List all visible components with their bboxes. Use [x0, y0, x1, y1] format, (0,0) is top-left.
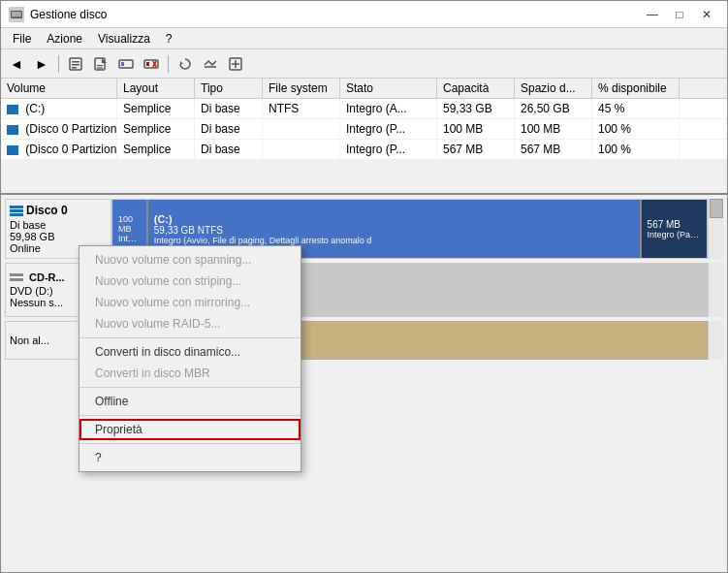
menu-file[interactable]: File	[5, 30, 39, 47]
row2-pct: 100 %	[592, 140, 680, 159]
partition-c-label: (C:)	[154, 213, 634, 225]
table-row[interactable]: (Disco 0 Partizion... Semplice Di base I…	[1, 119, 727, 140]
ctx-mbr: Converti in disco MBR	[79, 363, 301, 384]
row2-state: Integro (P...	[340, 140, 437, 159]
volume-table: Volume Layout Tipo File system Stato Cap…	[1, 79, 727, 195]
ctx-sep3	[79, 415, 301, 416]
partition-c-desc: Integro (Avvio, File di paging, Dettagli…	[154, 236, 634, 245]
row2-space: 567 MB	[515, 140, 592, 159]
toolbar-btn4[interactable]	[89, 53, 112, 75]
toolbar-btn8[interactable]	[199, 53, 222, 75]
row1-capacity: 100 MB	[437, 119, 515, 139]
partition-recovery-desc: Integro (Partizione di ripristino)	[648, 230, 701, 239]
ctx-striping: Nuovo volume con striping...	[79, 271, 301, 292]
partition-system-desc: Integro (Partizione di sistema)	[118, 234, 141, 243]
ctx-offline[interactable]: Offline	[79, 391, 301, 412]
svg-rect-4	[72, 61, 79, 63]
row1-state: Integro (P...	[340, 119, 437, 139]
disk0-icon-bars	[10, 206, 23, 216]
menu-view[interactable]: Visualizza	[90, 30, 158, 47]
ctx-properties[interactable]: Proprietà	[79, 419, 301, 440]
row1-fs	[263, 119, 340, 139]
cdrom-name: CD-R...	[29, 271, 65, 283]
toolbar-btn5[interactable]	[114, 53, 138, 75]
toolbar-sep2	[168, 55, 169, 73]
row0-state: Integro (A...	[340, 99, 437, 118]
disk0-icon-bar2	[10, 209, 23, 212]
maximize-button[interactable]: □	[667, 5, 692, 24]
toolbar-btn3[interactable]	[64, 53, 87, 75]
scrollbar-y3	[708, 321, 723, 360]
col-header-pct: % disponibile	[592, 79, 680, 98]
col-header-capacity: Capacità	[437, 79, 515, 98]
volume-icon2	[7, 145, 18, 155]
ctx-sep1	[79, 337, 301, 338]
svg-rect-6	[72, 67, 77, 69]
row1-volume: (Disco 0 Partizion...	[1, 119, 117, 139]
col-header-state: Stato	[340, 79, 437, 98]
scrollbar-y[interactable]	[708, 199, 723, 259]
close-button[interactable]: ✕	[694, 5, 719, 24]
cdrom-icon-bar1	[10, 273, 23, 276]
row0-fs: NTFS	[263, 99, 340, 118]
row2-type: Di base	[195, 140, 263, 159]
app-icon	[9, 7, 24, 22]
ctx-mirroring: Nuovo volume con mirroring...	[79, 292, 301, 313]
disk0-size: 59,98 GB	[10, 231, 107, 242]
scrollbar-y2	[708, 263, 723, 317]
row1-space: 100 MB	[515, 119, 592, 139]
main-window: Gestione disco — □ ✕ File Azione Visuali…	[0, 0, 728, 573]
disk0-name: Disco 0	[26, 204, 68, 217]
col-header-volume: Volume	[1, 79, 117, 98]
minimize-button[interactable]: —	[640, 5, 665, 24]
volume-icon1	[7, 125, 18, 135]
menu-bar: File Azione Visualizza ?	[1, 28, 727, 49]
svg-rect-13	[146, 62, 149, 66]
svg-rect-5	[72, 64, 79, 66]
main-content: Volume Layout Tipo File system Stato Cap…	[1, 79, 727, 572]
svg-marker-16	[180, 61, 183, 64]
partition-system-size: 100 MB	[118, 214, 141, 234]
ctx-dynamic[interactable]: Converti in disco dinamico...	[79, 341, 301, 363]
partition-c-size: 59,33 GB NTFS	[154, 225, 634, 236]
forward-button[interactable]: ►	[30, 53, 53, 75]
disk0-icon-bar3	[10, 213, 23, 216]
svg-rect-2	[12, 16, 21, 17]
ctx-help[interactable]: ?	[79, 447, 301, 468]
table-row[interactable]: (C:) Semplice Di base NTFS Integro (A...…	[1, 99, 727, 119]
window-title: Gestione disco	[30, 8, 107, 21]
row0-type: Di base	[195, 99, 263, 118]
title-bar-left: Gestione disco	[9, 7, 107, 22]
disk0-type: Di base	[10, 219, 107, 231]
toolbar: ◄ ►	[1, 49, 727, 79]
cdrom-icon-bars	[10, 273, 23, 281]
toolbar-btn9[interactable]	[224, 53, 247, 75]
row0-layout: Semplice	[117, 99, 195, 118]
row0-space: 26,50 GB	[515, 99, 592, 118]
menu-help[interactable]: ?	[158, 30, 180, 47]
partition-recovery[interactable]: 567 MB Integro (Partizione di ripristino…	[642, 200, 707, 258]
toolbar-sep1	[58, 55, 59, 73]
svg-rect-9	[97, 67, 103, 68]
row2-capacity: 567 MB	[437, 140, 515, 159]
row0-capacity: 59,33 GB	[437, 99, 515, 118]
col-header-space: Spazio d...	[515, 79, 592, 98]
svg-rect-8	[97, 65, 103, 66]
toolbar-btn6[interactable]	[140, 53, 163, 75]
menu-action[interactable]: Azione	[39, 30, 90, 47]
row2-fs	[263, 140, 340, 159]
row2-volume: (Disco 0 Partizion...	[1, 140, 117, 159]
table-row[interactable]: (Disco 0 Partizion... Semplice Di base I…	[1, 140, 727, 160]
row0-pct: 45 %	[592, 99, 680, 118]
scrollbar-thumb[interactable]	[710, 199, 723, 218]
row1-type: Di base	[195, 119, 263, 139]
disk0-icon-bar1	[10, 206, 23, 208]
row2-layout: Semplice	[117, 140, 195, 159]
ctx-sep4	[79, 443, 301, 444]
refresh-button[interactable]	[174, 53, 197, 75]
svg-rect-11	[121, 62, 124, 66]
col-header-type: Tipo	[195, 79, 263, 98]
context-menu: Nuovo volume con spanning... Nuovo volum…	[79, 245, 301, 472]
back-button[interactable]: ◄	[5, 53, 28, 75]
col-header-layout: Layout	[117, 79, 195, 98]
